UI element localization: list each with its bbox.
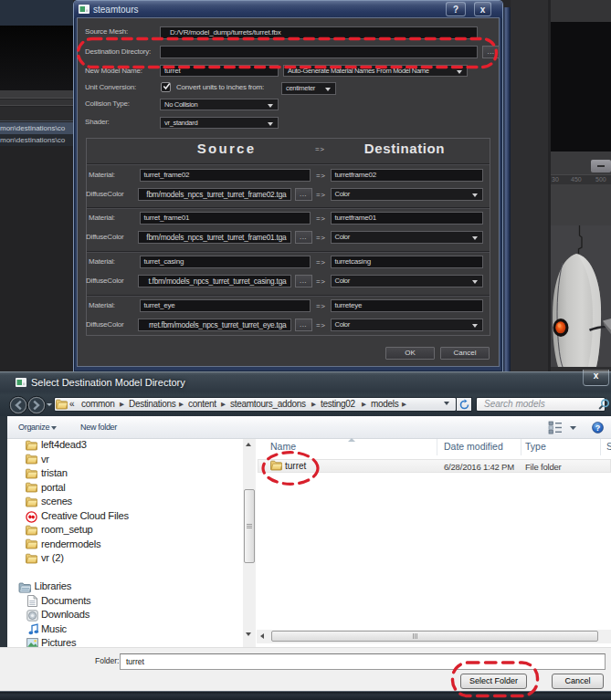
svg-text:?: ? — [595, 423, 601, 433]
